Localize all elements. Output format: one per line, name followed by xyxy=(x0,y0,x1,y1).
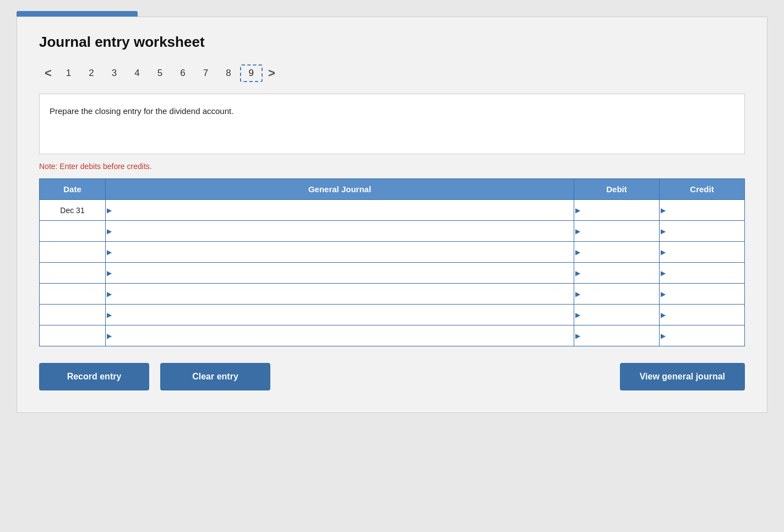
credit-cell-1[interactable]: ▶ xyxy=(660,221,745,242)
debit-input-0[interactable] xyxy=(574,200,659,220)
date-cell-6 xyxy=(40,325,106,346)
debit-cell-3[interactable]: ▶ xyxy=(574,263,660,284)
buttons-row: Record entry Clear entry View general jo… xyxy=(39,363,745,390)
col-header-debit: Debit xyxy=(574,179,660,200)
credit-arrow-icon-5: ▶ xyxy=(661,311,666,319)
table-row: ▶▶▶ xyxy=(40,263,745,284)
page-wrapper: Journal entry worksheet < 1 2 3 4 5 6 7 … xyxy=(0,0,784,532)
journal-cell-4[interactable]: ▶ xyxy=(106,284,574,305)
credit-arrow-icon-2: ▶ xyxy=(661,248,666,256)
debit-input-4[interactable] xyxy=(574,284,659,304)
debit-arrow-icon-1: ▶ xyxy=(575,227,580,235)
instruction-box: Prepare the closing entry for the divide… xyxy=(39,94,745,154)
date-cell-2 xyxy=(40,242,106,263)
credit-input-6[interactable] xyxy=(660,325,744,346)
journal-arrow-icon-2: ▶ xyxy=(107,248,112,256)
nav-row: < 1 2 3 4 5 6 7 8 9 > xyxy=(39,64,745,83)
journal-cell-3[interactable]: ▶ xyxy=(106,263,574,284)
credit-cell-0[interactable]: ▶ xyxy=(660,200,745,221)
journal-input-3[interactable] xyxy=(106,263,574,283)
nav-item-8[interactable]: 8 xyxy=(217,66,239,81)
nav-item-6[interactable]: 6 xyxy=(171,66,194,81)
date-cell-3 xyxy=(40,263,106,284)
credit-cell-5[interactable]: ▶ xyxy=(660,305,745,325)
debit-input-3[interactable] xyxy=(574,263,659,283)
credit-arrow-icon-1: ▶ xyxy=(661,227,666,235)
debit-arrow-icon-2: ▶ xyxy=(575,248,580,256)
date-cell-5 xyxy=(40,305,106,325)
view-general-journal-button[interactable]: View general journal xyxy=(620,363,745,390)
col-header-journal: General Journal xyxy=(106,179,574,200)
note-text: Note: Enter debits before credits. xyxy=(39,162,745,171)
debit-arrow-icon-5: ▶ xyxy=(575,311,580,319)
table-row: ▶▶▶ xyxy=(40,305,745,325)
nav-item-7[interactable]: 7 xyxy=(194,66,217,81)
journal-arrow-icon-6: ▶ xyxy=(107,332,112,340)
debit-cell-4[interactable]: ▶ xyxy=(574,284,660,305)
instruction-text: Prepare the closing entry for the divide… xyxy=(50,106,233,116)
date-cell-1 xyxy=(40,221,106,242)
date-cell-0: Dec 31 xyxy=(40,200,106,221)
debit-cell-0[interactable]: ▶ xyxy=(574,200,660,221)
nav-item-3[interactable]: 3 xyxy=(103,66,126,81)
debit-input-6[interactable] xyxy=(574,325,659,346)
credit-cell-4[interactable]: ▶ xyxy=(660,284,745,305)
credit-arrow-icon-0: ▶ xyxy=(661,207,666,214)
nav-item-1[interactable]: 1 xyxy=(57,66,80,81)
nav-item-2[interactable]: 2 xyxy=(80,66,102,81)
journal-cell-1[interactable]: ▶ xyxy=(106,221,574,242)
journal-arrow-icon-3: ▶ xyxy=(107,269,112,277)
debit-input-1[interactable] xyxy=(574,221,659,241)
journal-input-2[interactable] xyxy=(106,242,574,262)
page-title: Journal entry worksheet xyxy=(39,34,745,51)
debit-cell-6[interactable]: ▶ xyxy=(574,325,660,346)
journal-arrow-icon-0: ▶ xyxy=(107,207,112,214)
debit-cell-5[interactable]: ▶ xyxy=(574,305,660,325)
debit-input-2[interactable] xyxy=(574,242,659,262)
journal-cell-0[interactable]: ▶ xyxy=(106,200,574,221)
journal-input-5[interactable] xyxy=(106,305,574,325)
credit-input-4[interactable] xyxy=(660,284,744,304)
col-header-date: Date xyxy=(40,179,106,200)
journal-input-1[interactable] xyxy=(106,221,574,241)
clear-entry-button[interactable]: Clear entry xyxy=(160,363,270,390)
prev-arrow[interactable]: < xyxy=(39,64,57,83)
credit-arrow-icon-3: ▶ xyxy=(661,269,666,277)
table-row: ▶▶▶ xyxy=(40,284,745,305)
credit-input-1[interactable] xyxy=(660,221,744,241)
credit-cell-2[interactable]: ▶ xyxy=(660,242,745,263)
nav-item-9[interactable]: 9 xyxy=(240,64,263,82)
next-arrow[interactable]: > xyxy=(263,64,281,83)
credit-arrow-icon-4: ▶ xyxy=(661,290,666,298)
journal-arrow-icon-4: ▶ xyxy=(107,290,112,298)
credit-input-0[interactable] xyxy=(660,200,744,220)
credit-cell-3[interactable]: ▶ xyxy=(660,263,745,284)
journal-cell-5[interactable]: ▶ xyxy=(106,305,574,325)
debit-input-5[interactable] xyxy=(574,305,659,325)
debit-cell-1[interactable]: ▶ xyxy=(574,221,660,242)
debit-arrow-icon-0: ▶ xyxy=(575,207,580,214)
credit-cell-6[interactable]: ▶ xyxy=(660,325,745,346)
record-entry-button[interactable]: Record entry xyxy=(39,363,149,390)
journal-arrow-icon-1: ▶ xyxy=(107,227,112,235)
col-header-credit: Credit xyxy=(660,179,745,200)
top-bar xyxy=(17,11,138,17)
nav-item-4[interactable]: 4 xyxy=(126,66,148,81)
debit-arrow-icon-4: ▶ xyxy=(575,290,580,298)
journal-input-4[interactable] xyxy=(106,284,574,304)
journal-table: Date General Journal Debit Credit Dec 31… xyxy=(39,178,745,346)
table-row: ▶▶▶ xyxy=(40,242,745,263)
journal-input-6[interactable] xyxy=(106,325,574,346)
credit-input-2[interactable] xyxy=(660,242,744,262)
debit-cell-2[interactable]: ▶ xyxy=(574,242,660,263)
date-cell-4 xyxy=(40,284,106,305)
table-row: ▶▶▶ xyxy=(40,325,745,346)
journal-cell-6[interactable]: ▶ xyxy=(106,325,574,346)
credit-arrow-icon-6: ▶ xyxy=(661,332,666,340)
journal-cell-2[interactable]: ▶ xyxy=(106,242,574,263)
nav-item-5[interactable]: 5 xyxy=(149,66,171,81)
debit-arrow-icon-6: ▶ xyxy=(575,332,580,340)
journal-input-0[interactable] xyxy=(106,200,574,220)
credit-input-5[interactable] xyxy=(660,305,744,325)
credit-input-3[interactable] xyxy=(660,263,744,283)
